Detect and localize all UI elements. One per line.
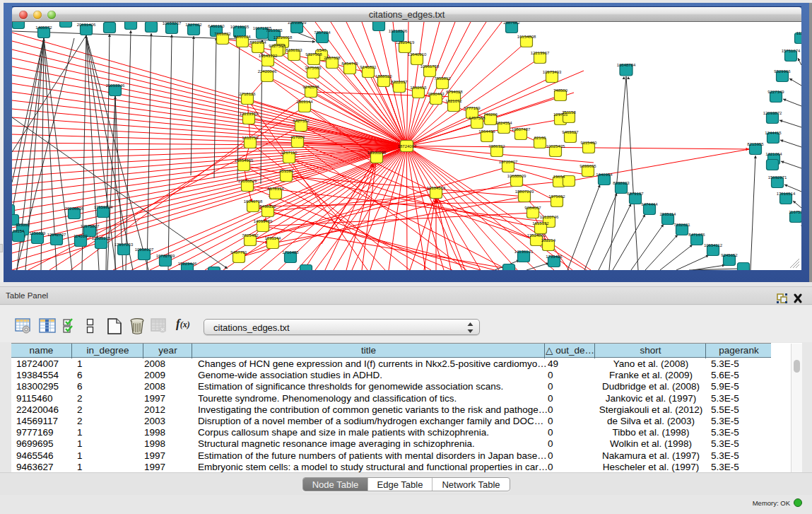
svg-text:2935114: 2935114 xyxy=(660,212,677,216)
svg-text:746266: 746266 xyxy=(483,112,498,117)
svg-text:15692971: 15692971 xyxy=(768,175,787,180)
svg-text:20691406: 20691406 xyxy=(77,23,96,27)
svg-text:1610753: 1610753 xyxy=(242,136,259,140)
svg-text:14099489: 14099489 xyxy=(254,219,273,223)
svg-text:19384554: 19384554 xyxy=(427,186,446,190)
svg-text:7632621: 7632621 xyxy=(673,223,690,227)
svg-text:8186323: 8186323 xyxy=(286,48,302,52)
svg-text:7986322: 7986322 xyxy=(488,144,505,148)
svg-text:1562615: 1562615 xyxy=(410,86,427,90)
svg-text:10961758: 10961758 xyxy=(420,64,440,69)
svg-text:9777169: 9777169 xyxy=(464,106,481,110)
svg-text:10025435: 10025435 xyxy=(546,144,565,148)
svg-text:7663822: 7663822 xyxy=(214,32,231,36)
svg-text:1615132: 1615132 xyxy=(532,221,549,226)
svg-text:18720407: 18720407 xyxy=(499,160,518,164)
svg-text:9457791: 9457791 xyxy=(230,250,247,255)
svg-text:15923446: 15923446 xyxy=(178,262,197,266)
svg-text:13640910: 13640910 xyxy=(408,52,427,57)
svg-text:1564436: 1564436 xyxy=(478,129,495,134)
svg-text:19218506: 19218506 xyxy=(389,29,408,33)
svg-text:1640954: 1640954 xyxy=(596,173,613,177)
svg-text:16648784: 16648784 xyxy=(617,63,636,67)
svg-text:62160: 62160 xyxy=(534,136,546,140)
svg-text:19166829: 19166829 xyxy=(238,179,257,183)
svg-text:12505135: 12505135 xyxy=(92,236,111,240)
svg-text:10807487: 10807487 xyxy=(512,127,531,132)
svg-text:7357224: 7357224 xyxy=(314,30,331,35)
svg-text:2867608: 2867608 xyxy=(324,56,341,60)
svg-text:453594: 453594 xyxy=(279,169,294,173)
svg-text:3675685: 3675685 xyxy=(305,66,322,70)
svg-text:10973493: 10973493 xyxy=(543,70,562,74)
svg-text:8322037: 8322037 xyxy=(391,80,408,84)
svg-text:1112: 1112 xyxy=(796,31,801,35)
svg-text:8578334: 8578334 xyxy=(267,187,284,191)
svg-text:8813054: 8813054 xyxy=(370,22,387,23)
svg-text:748500: 748500 xyxy=(553,88,568,93)
svg-text:8471676: 8471676 xyxy=(688,233,705,237)
svg-text:252214: 252214 xyxy=(541,238,556,243)
svg-text:6497568: 6497568 xyxy=(469,116,486,120)
svg-text:16154808: 16154808 xyxy=(517,35,536,39)
svg-text:1527602: 1527602 xyxy=(185,23,202,27)
svg-text:10975867: 10975867 xyxy=(81,224,100,228)
svg-text:7515525: 7515525 xyxy=(266,28,283,33)
svg-text:9327508: 9327508 xyxy=(305,52,322,57)
svg-text:116753: 116753 xyxy=(789,210,801,214)
svg-text:9242848: 9242848 xyxy=(302,85,319,89)
svg-text:29053346: 29053346 xyxy=(106,83,125,88)
svg-text:9115460: 9115460 xyxy=(581,141,598,145)
svg-text:16854985: 16854985 xyxy=(235,158,254,163)
svg-text:1621064: 1621064 xyxy=(765,152,782,156)
svg-text:6466160: 6466160 xyxy=(208,24,225,28)
svg-text:18300295: 18300295 xyxy=(367,151,387,155)
svg-text:6879197: 6879197 xyxy=(627,192,644,196)
svg-text:1691144: 1691144 xyxy=(265,236,282,240)
svg-text:10719155: 10719155 xyxy=(230,25,249,29)
svg-text:9245652: 9245652 xyxy=(721,253,738,257)
svg-text:1244415: 1244415 xyxy=(765,131,782,135)
svg-text:20206536: 20206536 xyxy=(65,206,84,211)
svg-text:8912954: 8912954 xyxy=(249,40,266,45)
svg-text:17016514: 17016514 xyxy=(777,192,796,196)
svg-text:2718126: 2718126 xyxy=(239,92,256,96)
svg-text:1733426: 1733426 xyxy=(546,255,563,259)
svg-text:9463627: 9463627 xyxy=(562,130,579,134)
svg-text:19654: 19654 xyxy=(553,175,565,179)
svg-text:9084067: 9084067 xyxy=(524,206,541,210)
svg-text:22420046: 22420046 xyxy=(258,69,277,74)
svg-text:14136141: 14136141 xyxy=(514,250,534,254)
svg-text:6794028: 6794028 xyxy=(446,90,463,94)
svg-text:12213967: 12213967 xyxy=(531,51,550,55)
svg-text:10958107: 10958107 xyxy=(135,247,154,252)
svg-text:8427552: 8427552 xyxy=(293,119,310,123)
svg-text:9699695: 9699695 xyxy=(579,164,596,168)
svg-text:10654112: 10654112 xyxy=(704,243,723,247)
svg-text:10120746: 10120746 xyxy=(540,215,559,219)
svg-text:10653267: 10653267 xyxy=(163,22,182,25)
svg-text:9327508: 9327508 xyxy=(269,44,286,48)
svg-text:16046798: 16046798 xyxy=(244,199,263,204)
svg-text:1975692: 1975692 xyxy=(548,194,565,199)
svg-text:9990443: 9990443 xyxy=(428,92,445,96)
svg-text:12093872: 12093872 xyxy=(763,111,782,115)
svg-text:10033809: 10033809 xyxy=(288,22,307,25)
svg-text:8938923: 8938923 xyxy=(613,181,630,185)
svg-text:7625402: 7625402 xyxy=(242,233,259,238)
svg-text:417004: 417004 xyxy=(290,135,305,139)
svg-text:12942737: 12942737 xyxy=(47,233,66,237)
svg-text:8215955: 8215955 xyxy=(747,142,764,146)
svg-text:10688609: 10688609 xyxy=(507,174,526,178)
svg-text:2687682: 2687682 xyxy=(503,22,520,25)
svg-text:18724007: 18724007 xyxy=(398,144,417,148)
svg-text:16543392: 16543392 xyxy=(259,54,278,58)
svg-text:8454749: 8454749 xyxy=(341,62,358,66)
svg-text:2603144: 2603144 xyxy=(296,100,313,104)
svg-text:13524861: 13524861 xyxy=(527,233,546,238)
svg-text:9146821: 9146821 xyxy=(360,65,377,69)
svg-text:9529966: 9529966 xyxy=(774,69,791,74)
svg-text:435061: 435061 xyxy=(16,223,30,227)
svg-text:17957253: 17957253 xyxy=(114,243,134,247)
svg-text:114519: 114519 xyxy=(73,234,88,238)
